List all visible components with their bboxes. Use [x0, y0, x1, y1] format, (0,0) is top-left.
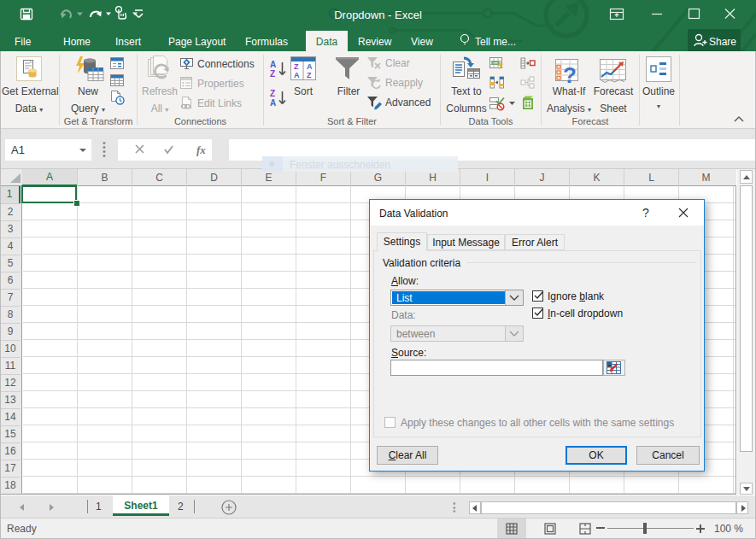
svg-text:A: A	[270, 98, 276, 108]
svg-text:A: A	[294, 71, 300, 79]
svg-text:?: ?	[563, 62, 577, 84]
svg-text:A: A	[307, 62, 313, 71]
svg-text:fx: fx	[196, 144, 206, 156]
svg-text:Z: Z	[294, 62, 299, 71]
svg-text:Z: Z	[307, 71, 312, 79]
svg-text:Z: Z	[270, 69, 275, 79]
svg-text:Z: Z	[270, 89, 275, 98]
svg-text:A: A	[270, 60, 276, 69]
